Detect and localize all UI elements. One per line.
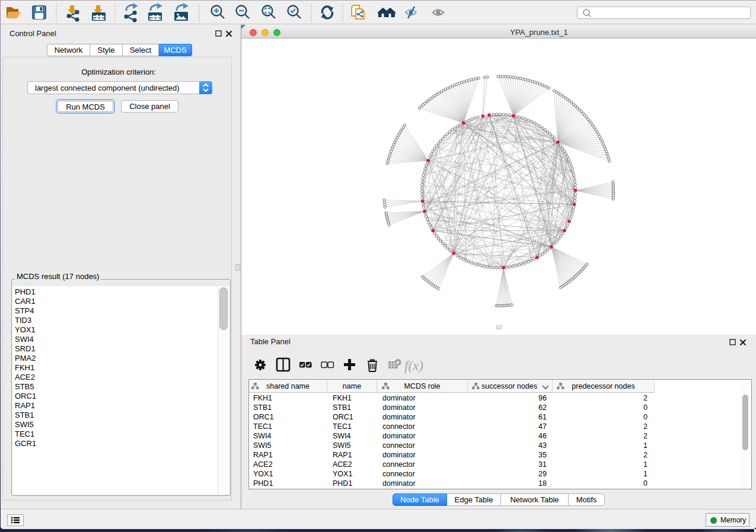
svg-text:f(x): f(x) — [404, 358, 423, 373]
